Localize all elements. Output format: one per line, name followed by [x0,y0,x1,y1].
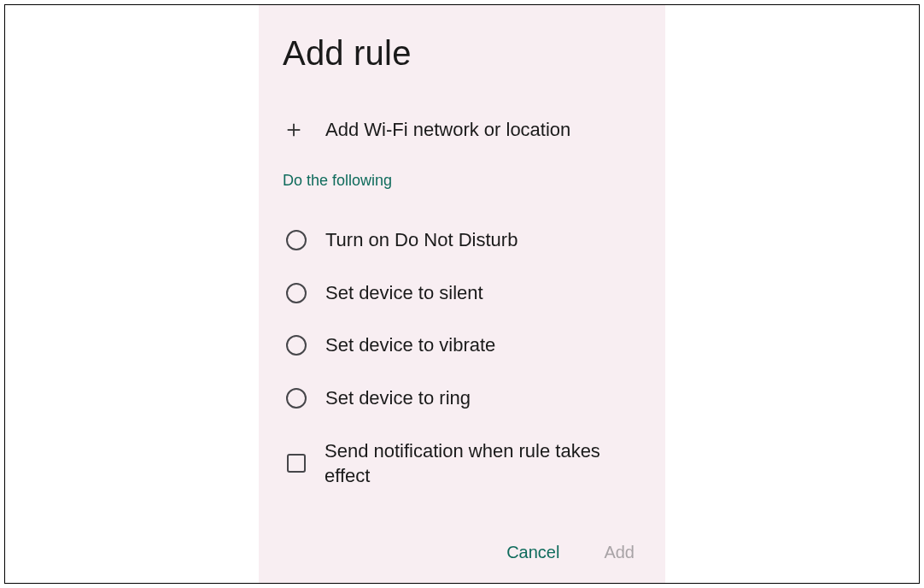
dialog-buttons: Cancel Add [503,538,638,567]
section-header: Do the following [283,172,641,190]
option-do-not-disturb[interactable]: Turn on Do Not Disturb [283,214,641,267]
radio-icon [286,335,307,356]
outer-frame: Add rule Add Wi-Fi network or location D… [4,4,920,584]
add-network-label: Add Wi-Fi network or location [325,119,570,141]
option-label: Send notification when rule takes effect [325,438,641,489]
add-button[interactable]: Add [600,538,638,567]
plus-icon [283,119,305,141]
option-label: Set device to silent [325,280,483,306]
option-label: Set device to vibrate [325,332,495,358]
radio-icon [286,283,307,303]
option-ring[interactable]: Set device to ring [283,372,641,425]
checkbox-icon [287,454,306,473]
add-network-row[interactable]: Add Wi-Fi network or location [283,119,641,141]
radio-icon [286,388,307,409]
option-label: Turn on Do Not Disturb [325,227,518,253]
option-silent[interactable]: Set device to silent [283,267,641,320]
dialog-title: Add rule [283,34,641,73]
radio-icon [286,230,307,250]
option-notification[interactable]: Send notification when rule takes effect [283,425,641,503]
cancel-button[interactable]: Cancel [503,538,563,567]
option-vibrate[interactable]: Set device to vibrate [283,319,641,372]
add-rule-dialog: Add rule Add Wi-Fi network or location D… [259,5,665,583]
option-label: Set device to ring [325,385,471,411]
